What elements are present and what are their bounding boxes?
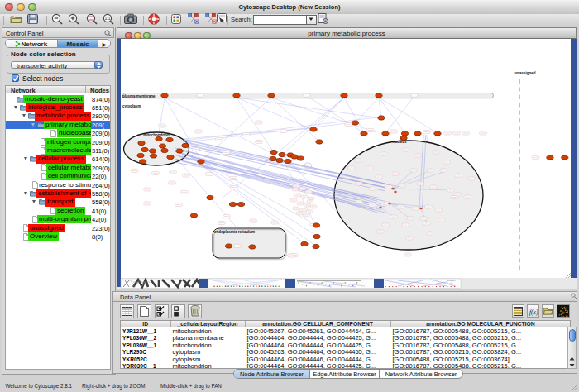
svg-text:plasma membrane: plasma membrane xyxy=(122,94,156,98)
svg-text:1:1: 1:1 xyxy=(105,16,111,21)
svg-text:mitochondrion: mitochondrion xyxy=(143,133,170,137)
svg-text:cytoplasm: cytoplasm xyxy=(122,104,141,108)
svg-text:endoplasmic reticulum: endoplasmic reticulum xyxy=(214,230,255,234)
svg-text:unassigned: unassigned xyxy=(514,71,535,75)
